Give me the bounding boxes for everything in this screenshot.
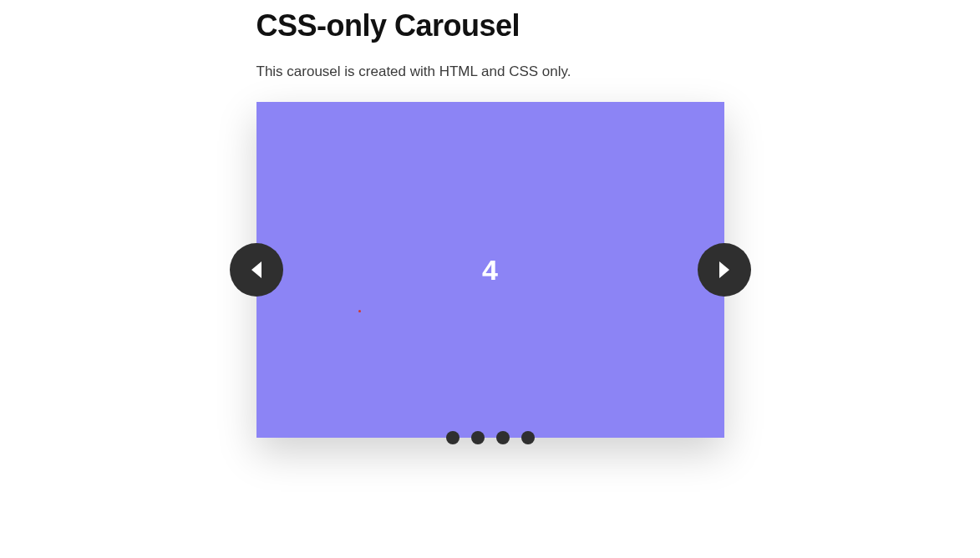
- carousel-prev-button[interactable]: [230, 243, 283, 297]
- carousel-dot-4[interactable]: [521, 431, 535, 444]
- carousel-slide: 4: [256, 102, 724, 438]
- carousel-dot-2[interactable]: [471, 431, 485, 444]
- svg-marker-0: [251, 261, 262, 278]
- chevron-right-icon: [716, 260, 733, 280]
- svg-marker-1: [719, 261, 729, 278]
- slide-number: 4: [482, 254, 498, 287]
- carousel-dots: [256, 431, 724, 444]
- carousel: 4: [256, 102, 724, 438]
- carousel-dot-1[interactable]: [446, 431, 460, 444]
- carousel-next-button[interactable]: [698, 243, 751, 297]
- page-description: This carousel is created with HTML and C…: [256, 63, 724, 80]
- chevron-left-icon: [248, 260, 265, 280]
- page-title: CSS-only Carousel: [256, 8, 724, 43]
- carousel-dot-3[interactable]: [496, 431, 510, 444]
